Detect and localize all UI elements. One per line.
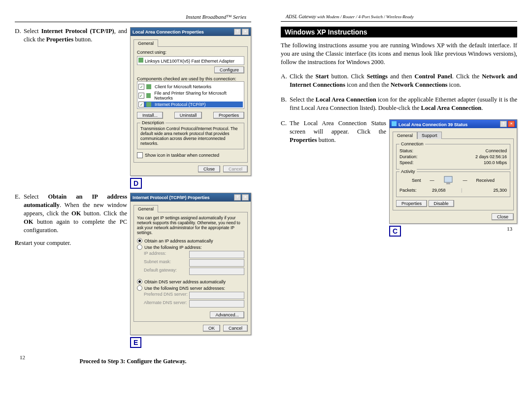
pagenum-left: 12	[20, 354, 25, 360]
help-icon[interactable]: ?	[234, 29, 241, 35]
close-button[interactable]: Close	[492, 213, 514, 220]
cancel-button[interactable]: Cancel	[223, 166, 248, 172]
tab-support[interactable]: Support	[417, 132, 442, 139]
titlebar-D: Local Area Connection Properties ?×	[131, 28, 251, 36]
configure-button[interactable]: Configure	[214, 67, 244, 73]
tab-general[interactable]: General	[133, 39, 158, 47]
checkbox-icon[interactable]	[138, 93, 144, 99]
text-F: Restart your computer.	[15, 239, 127, 247]
fig-E: Internet Protocol (TCP/IP) Properties ?×…	[130, 193, 251, 348]
duration-value: 2 days 02:56:16	[475, 154, 507, 159]
letter-D: D.	[15, 27, 24, 189]
description-label: Description	[140, 120, 166, 125]
instr-B: B. Select the Local Area Connection icon…	[281, 96, 517, 115]
components-list[interactable]: Client for Microsoft Networks File and P…	[137, 81, 244, 109]
adapter-icon	[138, 58, 143, 63]
text-B: Select the Local Area Connection icon fo…	[290, 96, 517, 112]
dialog-tcpip-properties: Internet Protocol (TCP/IP) Properties ?×…	[130, 193, 251, 335]
connection-group: Connection	[399, 141, 425, 146]
instr-D: D. Select Internet Protocol (TCP/IP), an…	[15, 27, 251, 189]
titlebar-C: Local Area Connection 39 Status ?×	[390, 120, 517, 128]
close-button[interactable]: Close	[198, 166, 220, 172]
left-page: Instant Broadband™ Series D. Select Inte…	[15, 14, 251, 365]
letter-C: C.	[281, 119, 290, 237]
fig-C: Local Area Connection 39 Status ?× Gener…	[389, 119, 517, 237]
instr-E: E. Select Obtain an IP address automatic…	[15, 193, 251, 348]
fig-label-E: E	[130, 337, 141, 348]
network-icon	[392, 121, 397, 126]
activity-group: Activity	[399, 169, 417, 174]
text-E: Select Obtain an IP address automaticall…	[24, 193, 127, 234]
close-icon[interactable]: ×	[242, 29, 249, 35]
checkbox-icon[interactable]	[138, 84, 144, 90]
right-header: ADSL Gateway with Modem / Router / 4-Por…	[281, 14, 517, 19]
disable-button[interactable]: Disable	[429, 200, 454, 207]
proceed-text: Proceed to Step 3: Configure the Gateway…	[15, 358, 251, 365]
ok-button[interactable]: OK	[203, 325, 220, 332]
help-icon[interactable]: ?	[234, 194, 241, 201]
left-rule	[15, 22, 251, 22]
intro-text: The following instructions assume you ar…	[281, 41, 517, 67]
properties-button[interactable]: Properties	[396, 200, 427, 207]
subnet-input	[189, 259, 244, 267]
titlebar-E: Internet Protocol (TCP/IP) Properties ?×	[131, 193, 251, 202]
pagenum-right: 13	[507, 226, 512, 232]
recv-packets: 25,300	[462, 188, 507, 193]
title-E: Internet Protocol (TCP/IP) Properties	[133, 195, 210, 200]
status-value: Connected	[485, 148, 507, 153]
dialog-lac-properties: Local Area Connection Properties ?× Gene…	[130, 27, 251, 176]
ip-input	[189, 251, 244, 258]
tab-general[interactable]: General	[393, 132, 417, 139]
checkbox-icon[interactable]	[137, 152, 143, 158]
checkbox-icon[interactable]	[138, 102, 144, 107]
svg-rect-1	[446, 183, 450, 184]
install-button[interactable]: Install...	[137, 112, 163, 119]
close-icon[interactable]: ×	[508, 121, 515, 127]
title-C: Local Area Connection 39 Status	[399, 122, 467, 127]
connect-using-label: Connect using:	[137, 50, 244, 55]
radio-icon[interactable]	[137, 238, 142, 243]
components-label: Components checked are used by this conn…	[137, 76, 244, 81]
cancel-button[interactable]: Cancel	[223, 325, 248, 332]
text-C: The Local Area Connection Status screen …	[290, 119, 386, 234]
advanced-button[interactable]: Advanced...	[210, 311, 244, 318]
dialog-lac-status: Local Area Connection 39 Status ?× Gener…	[389, 119, 517, 224]
fig-D: Local Area Connection Properties ?× Gene…	[130, 27, 251, 189]
computer-icon	[443, 176, 454, 185]
radio-icon[interactable]	[137, 279, 142, 284]
left-header: Instant Broadband™ Series	[15, 14, 251, 20]
instr-C: C. The Local Area Connection Status scre…	[281, 119, 517, 237]
letter-B: B.	[281, 96, 290, 115]
instr-A: A. Click the Start button. Click Setting…	[281, 72, 517, 92]
title-D: Local Area Connection Properties	[133, 30, 204, 34]
uninstall-button[interactable]: Uninstall	[174, 112, 202, 119]
text-A: Click the Start button. Click Settings a…	[290, 72, 517, 89]
text-D: Select Internet Protocol (TCP/IP), and c…	[24, 27, 127, 186]
svg-rect-0	[444, 176, 452, 182]
letter-E: E.	[15, 193, 24, 348]
help-icon[interactable]: ?	[500, 121, 507, 127]
radio-icon[interactable]	[137, 244, 142, 250]
description-text: Transmission Control Protocol/Internet P…	[140, 126, 241, 146]
adapter-box: Linksys LNE100TX(v5) Fast Ethernet Adapt…	[137, 56, 244, 65]
tab-general[interactable]: General	[133, 205, 158, 212]
speed-value: 100.0 Mbps	[484, 160, 507, 165]
fig-label-C: C	[389, 226, 401, 237]
right-rule	[281, 21, 517, 22]
pdns-input	[189, 292, 244, 299]
radio-icon[interactable]	[137, 285, 142, 291]
sent-packets: 29,058	[417, 188, 462, 193]
fig-label-D: D	[130, 178, 142, 189]
properties-button[interactable]: Properties	[213, 112, 244, 119]
gateway-input	[189, 268, 244, 275]
adns-input	[189, 300, 244, 308]
close-icon[interactable]: ×	[242, 194, 249, 201]
right-page: ADSL Gateway with Modem / Router / 4-Por…	[281, 14, 517, 237]
section-header: Windows XP Instructions	[281, 27, 517, 37]
letter-A: A.	[281, 72, 290, 92]
tcpip-intro: You can get IP settings assigned automat…	[137, 215, 244, 235]
